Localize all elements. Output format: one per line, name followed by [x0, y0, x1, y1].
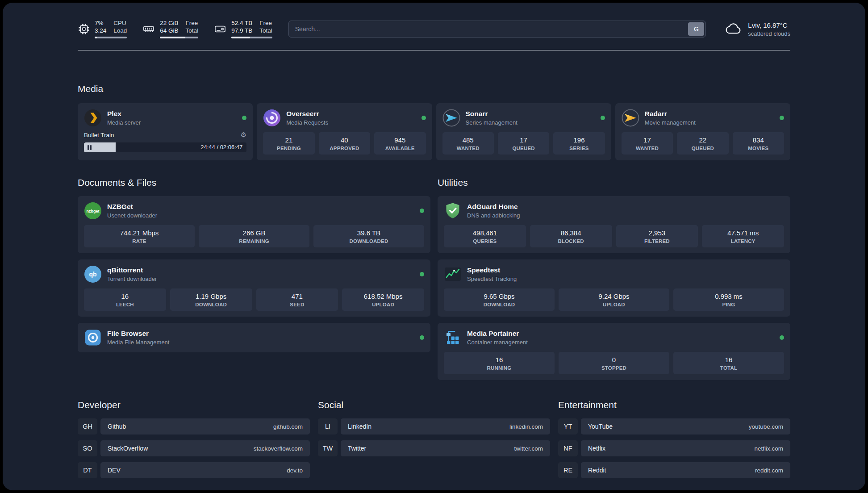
- stat-value: 2,953: [649, 229, 666, 237]
- ram-free-value: 22 GiB: [160, 20, 178, 26]
- svg-text:nzbget: nzbget: [87, 209, 100, 213]
- cpu-usage-bar: [95, 37, 127, 38]
- bookmark-name: Github: [108, 423, 126, 430]
- stat-value: 40: [341, 136, 348, 144]
- app-name: qBittorrent: [107, 266, 157, 274]
- stat-label: FILTERED: [644, 238, 670, 244]
- bookmark-twitter[interactable]: TW Twitter twitter.com: [318, 440, 550, 456]
- stat-tile: 17 WANTED: [622, 132, 673, 155]
- app-card-radarr[interactable]: Radarr Movie management 17 WANTED 22 QUE…: [615, 103, 790, 160]
- app-card-filebrowser[interactable]: File Browser Media File Management: [78, 323, 430, 352]
- app-name: Overseerr: [286, 110, 328, 118]
- reddit-icon: RE: [558, 462, 578, 478]
- app-name: Sonarr: [466, 110, 517, 118]
- bookmark-name: StackOverflow: [108, 445, 148, 452]
- app-card-nzbget[interactable]: nzbget NZBGet Usenet downloader 744.21 M…: [78, 196, 430, 253]
- stat-tile: 0.993 ms PING: [673, 288, 784, 311]
- stat-label: UPLOAD: [372, 302, 394, 307]
- cpu-load-value: 3.24: [95, 27, 106, 34]
- cpu-usage-label: CPU: [113, 20, 127, 26]
- stat-value: 47.571 ms: [727, 229, 759, 237]
- stat-value: 16: [121, 292, 129, 300]
- stat-value: 471: [292, 292, 303, 300]
- playback-time: 24:44 / 02:06:47: [200, 142, 242, 152]
- stat-tile: 86,384 BLOCKED: [530, 225, 612, 247]
- svg-text:qb: qb: [89, 271, 96, 278]
- disk-monitor: 52.4 TB Free 97.9 TB Total: [213, 20, 272, 38]
- stat-label: UPLOAD: [603, 302, 625, 307]
- stat-label: BLOCKED: [558, 238, 584, 244]
- section-title-utilities: Utilities: [438, 177, 790, 188]
- app-card-speedtest[interactable]: Speedtest Speedtest Tracking 9.65 Gbps D…: [438, 259, 790, 317]
- stat-tile: 22 QUEUED: [677, 132, 728, 155]
- playback-progress-fill: [84, 142, 116, 152]
- netflix-icon: NF: [558, 440, 578, 456]
- plex-now-playing: Bullet Train ⚙ 24:44 / 02:06:47: [84, 132, 246, 152]
- stat-label: PING: [722, 302, 735, 307]
- stat-tile: 471 SEED: [256, 288, 338, 311]
- portainer-icon: [444, 329, 462, 347]
- search-engine-button[interactable]: G: [688, 22, 704, 36]
- app-card-adguard[interactable]: AdGuard Home DNS and adblocking 498,461 …: [438, 196, 790, 253]
- stat-label: LEECH: [116, 302, 134, 307]
- bookmark-name: Twitter: [348, 445, 366, 452]
- stat-value: 16: [496, 356, 503, 363]
- stat-label: AVAILABLE: [385, 146, 415, 151]
- utilities-column: Utilities: [438, 177, 790, 380]
- header-divider: [78, 50, 790, 50]
- bookmark-netflix[interactable]: NF Netflix netflix.com: [558, 440, 790, 456]
- disk-total-value: 97.9 TB: [231, 27, 252, 34]
- search-input[interactable]: [288, 21, 706, 38]
- stat-label: STOPPED: [601, 365, 626, 371]
- ram-monitor: 22 GiB Free 64 GiB Total: [142, 20, 198, 38]
- weather-widget[interactable]: Lviv, 16.87°C scattered clouds: [725, 21, 790, 37]
- filebrowser-icon: [84, 329, 102, 347]
- playback-progress-bar[interactable]: 24:44 / 02:06:47: [84, 142, 246, 152]
- stat-value: 196: [574, 136, 585, 144]
- app-card-sonarr[interactable]: Sonarr Series management 485 WANTED 17 Q…: [436, 103, 611, 160]
- app-name: Radarr: [645, 110, 696, 118]
- stat-label: DOWNLOAD: [195, 302, 227, 307]
- bookmark-name: Netflix: [588, 445, 605, 452]
- bookmark-name: DEV: [108, 467, 121, 474]
- stackoverflow-icon: SO: [78, 440, 97, 456]
- stat-tile: 9.65 Gbps DOWNLOAD: [444, 288, 555, 311]
- stat-tile: 744.21 Mbps RATE: [84, 225, 195, 247]
- bookmark-github[interactable]: GH Github github.com: [78, 418, 310, 435]
- ram-icon: [142, 23, 155, 35]
- section-title-social: Social: [318, 400, 550, 410]
- speedtest-icon: [444, 265, 462, 283]
- bookmark-linkedin[interactable]: LI LinkedIn linkedin.com: [318, 418, 550, 435]
- nzbget-icon: nzbget: [84, 202, 102, 220]
- app-name: NZBGet: [107, 203, 157, 211]
- disk-free-value: 52.4 TB: [231, 20, 252, 26]
- bookmark-youtube[interactable]: YT YouTube youtube.com: [558, 418, 790, 435]
- app-card-plex[interactable]: Plex Media server Bullet Train ⚙ 24:44 /…: [78, 103, 253, 160]
- app-card-qbittorrent[interactable]: qb qBittorrent Torrent downloader 16 LEE…: [78, 259, 430, 317]
- stat-tile: 498,461 QUERIES: [444, 225, 526, 247]
- ram-usage-bar: [160, 37, 198, 38]
- bookmark-dev[interactable]: DT DEV dev.to: [78, 462, 310, 478]
- app-subtitle: Container management: [467, 339, 528, 346]
- top-bar: 7% CPU 3.24 Load: [78, 16, 790, 42]
- status-dot: [421, 116, 426, 120]
- dashboard-page: 7% CPU 3.24 Load: [3, 3, 865, 490]
- stat-label: SEED: [290, 302, 304, 307]
- app-card-portainer[interactable]: Media Portainer Container management 16 …: [438, 323, 790, 380]
- bookmark-reddit[interactable]: RE Reddit reddit.com: [558, 462, 790, 478]
- bookmark-stackoverflow[interactable]: SO StackOverflow stackoverflow.com: [78, 440, 310, 456]
- app-card-overseerr[interactable]: Overseerr Media Requests 21 PENDING 40 A…: [257, 103, 432, 160]
- stat-label: RUNNING: [487, 365, 511, 371]
- pause-icon[interactable]: [88, 145, 92, 150]
- settings-gear-icon[interactable]: ⚙: [241, 132, 246, 138]
- status-dot: [780, 335, 784, 340]
- stat-tile: 17 QUEUED: [498, 132, 549, 155]
- stat-value: 16: [725, 356, 733, 363]
- media-card-grid: Plex Media server Bullet Train ⚙ 24:44 /…: [78, 103, 790, 160]
- section-title-documents: Documents & Files: [78, 177, 430, 188]
- app-name: Speedtest: [467, 266, 517, 274]
- app-subtitle: Series management: [466, 119, 517, 126]
- weather-condition: scattered clouds: [748, 30, 790, 37]
- stat-value: 21: [285, 136, 293, 144]
- cpu-usage-value: 7%: [95, 20, 106, 26]
